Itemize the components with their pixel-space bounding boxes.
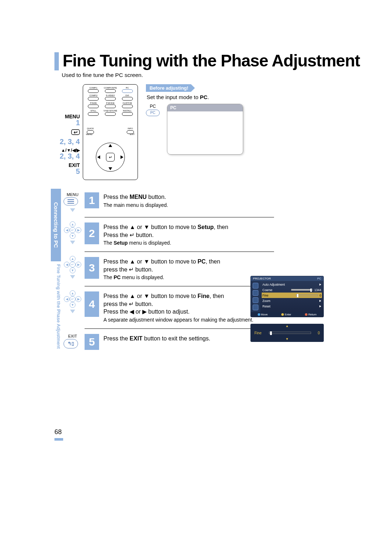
pc-screen-header: PC	[167, 104, 243, 111]
down-arrow-icon	[70, 275, 75, 279]
remote-top-button: P.SIZE	[86, 102, 101, 108]
top-diagram: MENU 1 2, 3, 4 ▲/▼/◀/▶ 2, 3, 4 EXIT 5 CO…	[54, 84, 363, 180]
step-number: 5	[85, 334, 99, 350]
side-tab-section: Connecting to PC	[51, 189, 61, 261]
osd-footer-item: Move	[258, 313, 268, 316]
pc-screen-preview: PC	[167, 104, 243, 155]
osd-row: Fine0	[262, 293, 322, 298]
label-menu-step: 1	[54, 119, 80, 126]
step4-line1: Press the ▲ or ▼ button to move to Fine,…	[103, 292, 253, 300]
step-2: ▲▼◀▶↵ 2 Press the ▲ or ▼ button to move …	[64, 222, 274, 246]
osd-row: Zoom	[262, 298, 322, 303]
enter-icon	[71, 129, 80, 135]
osd-footer-item: Return	[305, 313, 317, 316]
osd-row: Auto Adjustment	[262, 282, 322, 287]
step5-line1: Press the EXIT button to exit the settin…	[103, 335, 210, 343]
page-number: 68	[54, 428, 63, 441]
svg-rect-0	[72, 130, 79, 135]
step-4: ▲▼◀▶↵ 4 Press the ▲ or ▼ button to move …	[64, 291, 274, 323]
remote-top-button: P.MODE	[103, 102, 118, 108]
remote-top-button: COMP.1	[86, 87, 101, 93]
remote-info-label: INFO	[127, 127, 134, 130]
step1-line1: Press the MENU button.	[103, 193, 168, 201]
down-arrow-icon	[70, 241, 75, 244]
label-enter-step: 2, 3, 4	[54, 138, 80, 145]
step4-sub: A separate adjustment window appears for…	[103, 316, 253, 323]
exit-button-icon: ↰▯	[64, 339, 78, 348]
osd-row: Coarse1344	[262, 287, 322, 293]
remote-control-illustration: COMP.1COMPOSITEPCCOMP.2S-VIDEODVIP.SIZEP…	[83, 84, 138, 180]
step5-icon-label: EXIT	[64, 334, 82, 338]
before-adjusting-tag: Before adjusting!	[146, 84, 195, 92]
step-1: MENU 1 Press the MENU button. The main m…	[64, 192, 274, 212]
step-5: EXIT ↰▯ 5 Press the EXIT button to exit …	[64, 334, 274, 350]
step3-sub: The PC menu is displayed.	[103, 274, 220, 281]
step-number: 3	[85, 257, 99, 279]
nav-pad-icon: ▲▼◀▶↵	[65, 291, 80, 307]
step-number: 4	[85, 291, 99, 317]
osd-slider-value: 0	[311, 331, 320, 335]
step4-line3: Press the ◀ or ▶ button to adjust.	[103, 308, 253, 316]
step-number: 2	[85, 222, 99, 244]
osd-slider-track	[269, 332, 311, 334]
page-title: Fine Tuning with the Phase Adjustment	[54, 51, 363, 70]
remote-top-button: COMPOSITE	[103, 87, 118, 93]
pc-input-button-icon: PC PC	[146, 104, 160, 116]
label-menu: MENU	[54, 114, 80, 119]
remote-arc-exit: EXIT	[130, 133, 135, 135]
remote-quick-label: QUICK	[87, 127, 94, 130]
side-tab-topic: Fine Tuning with the Phase Adjustment	[51, 261, 61, 363]
step-number: 1	[85, 192, 99, 208]
label-exit-step: 5	[54, 168, 80, 175]
remote-top-button: S-VIDEO	[103, 94, 118, 101]
osd-sidebar-icons	[251, 281, 260, 312]
down-arrow-icon	[70, 208, 75, 212]
remote-top-button: COMP.2	[86, 94, 101, 101]
remote-top-button: DVI	[120, 94, 135, 101]
step1-icon-label: MENU	[64, 192, 82, 197]
remote-dpad: ↵	[92, 139, 128, 175]
step1-sub: The main menu is displayed.	[103, 202, 168, 209]
nav-pad-icon: ▲▼◀▶↵	[65, 222, 80, 238]
osd-title-right: PC	[317, 277, 321, 280]
remote-top-button: V.KEYSTONE	[103, 110, 118, 116]
step2-line1: Press the ▲ or ▼ button to move to Setup…	[103, 223, 228, 231]
step2-line2: Press the ↵ button.	[103, 231, 228, 239]
page-subtitle: Used to fine tune the PC screen.	[62, 72, 363, 78]
osd-pc-menu: PROJECTOR PC Auto AdjustmentCoarse1344Fi…	[250, 276, 324, 317]
remote-top-button: PC	[120, 87, 135, 93]
remote-top-button: INSTALL	[120, 110, 135, 116]
osd-fine-slider: ▲ Fine 0 ▼	[250, 324, 324, 342]
remote-top-button: CUSTOM	[120, 102, 135, 108]
menu-button-icon	[64, 197, 78, 205]
osd-footer-item: Enter	[281, 313, 291, 316]
step-3: ▲▼◀▶↵ 3 Press the ▲ or ▼ button to move …	[64, 257, 274, 281]
step3-line1: Press the ▲ or ▼ button to move to PC, t…	[103, 258, 220, 266]
step3-line2: press the ↵ button.	[103, 266, 220, 274]
remote-step-labels: MENU 1 2, 3, 4 ▲/▼/◀/▶ 2, 3, 4 EXIT 5	[54, 84, 80, 178]
osd-slider-label: Fine	[254, 331, 269, 335]
steps-list: MENU 1 Press the MENU button. The main m…	[64, 192, 274, 360]
osd-title-left: PROJECTOR	[253, 277, 271, 280]
remote-top-button: STILL	[86, 110, 101, 116]
label-arrows-step: 2, 3, 4	[54, 152, 80, 160]
nav-pad-icon: ▲▼◀▶↵	[65, 257, 80, 272]
title-accent-bar	[54, 52, 59, 70]
label-exit: EXIT	[54, 163, 80, 168]
side-tab: Connecting to PC Fine Tuning with the Ph…	[51, 189, 61, 363]
osd-row: Reset	[262, 303, 322, 309]
down-arrow-icon	[70, 310, 75, 313]
step2-sub: The Setup menu is displayed.	[103, 240, 228, 246]
remote-arc-menu: MENU	[86, 133, 93, 135]
before-adjusting-text: Set the input mode to PC.	[147, 94, 250, 100]
before-adjusting-box: Before adjusting! Set the input mode to …	[146, 84, 250, 155]
step4-line2: press the ↵ button.	[103, 300, 253, 308]
